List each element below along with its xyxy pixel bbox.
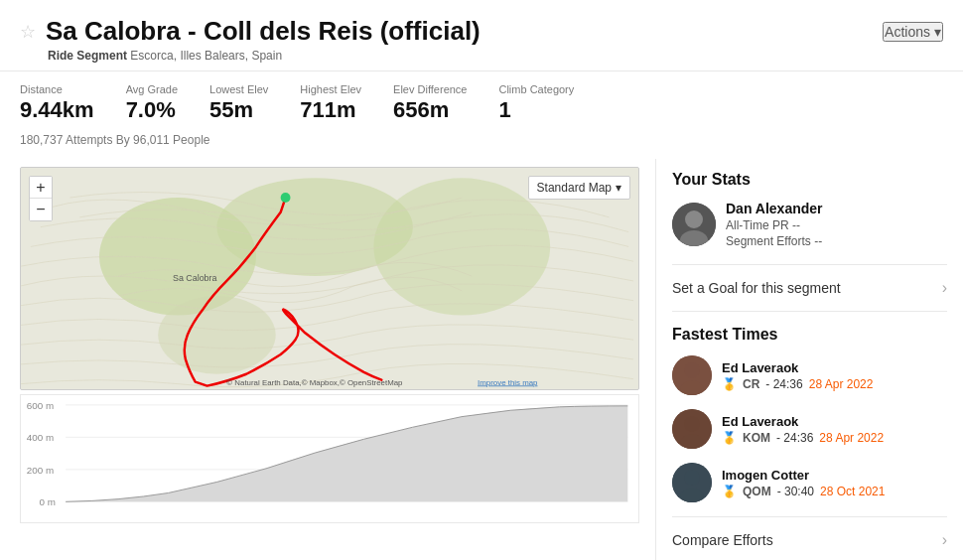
leaderboard-item: Ed Laveraok 🥇 CR - 24:36 28 Apr 2022: [672, 355, 947, 395]
leaderboard-container: Ed Laveraok 🥇 CR - 24:36 28 Apr 2022 Ed …: [672, 355, 947, 502]
segment-efforts: Segment Efforts --: [726, 234, 947, 248]
all-time-pr: All-Time PR --: [726, 218, 947, 232]
medal-icon: 🥇: [722, 485, 737, 498]
fastest-times-title: Fastest Times: [672, 326, 947, 344]
leaderboard-avatar: [672, 463, 712, 502]
page-title: Sa Calobra - Coll dels Reis (official): [46, 16, 481, 47]
leaderboard-name: Ed Laveraok: [722, 414, 947, 429]
svg-point-25: [684, 416, 700, 432]
svg-text:0 m: 0 m: [40, 496, 56, 507]
leaderboard-type: QOM: [743, 485, 771, 498]
leaderboard-type: KOM: [743, 431, 770, 445]
zoom-in-button[interactable]: +: [30, 177, 52, 199]
svg-text:Improve this map: Improve this map: [478, 378, 538, 387]
compare-text: Compare Efforts: [672, 532, 773, 548]
page-header: ☆ Sa Calobra - Coll dels Reis (official)…: [0, 0, 963, 71]
stat-value: 9.44km: [20, 97, 94, 123]
leaderboard-avatar: [672, 355, 712, 395]
leaderboard-date: 28 Apr 2022: [819, 431, 884, 445]
svg-text:600 m: 600 m: [27, 400, 54, 411]
stat-label: Climb Category: [498, 83, 574, 95]
svg-point-22: [684, 362, 700, 378]
title-left: ☆ Sa Calobra - Coll dels Reis (official): [20, 16, 481, 47]
user-info: Dan Alexander All-Time PR -- Segment Eff…: [726, 201, 947, 248]
stat-value: 656m: [393, 97, 467, 123]
leaderboard-stats: 🥇 KOM - 24:36 28 Apr 2022: [722, 431, 947, 445]
segment-meta: Ride Segment Escorca, Illes Balears, Spa…: [48, 49, 943, 63]
main-content: Sa Calobra © Natural Earth Data,© Mapbox…: [0, 159, 963, 560]
svg-text:400 m: 400 m: [27, 432, 54, 443]
goal-chevron-icon: ›: [942, 279, 947, 297]
favorite-icon[interactable]: ☆: [20, 21, 36, 43]
svg-point-3: [373, 178, 550, 315]
stat-item: Climb Category 1: [498, 83, 574, 123]
stat-label: Avg Grade: [126, 83, 178, 95]
leaderboard-item: Ed Laveraok 🥇 KOM - 24:36 28 Apr 2022: [672, 409, 947, 449]
map-zoom-controls: + −: [29, 176, 53, 221]
segment-type-label: Ride Segment: [48, 49, 127, 63]
svg-text:Sa Calobra: Sa Calobra: [173, 273, 216, 283]
leaderboard-name: Ed Laveraok: [722, 360, 947, 375]
stat-item: Distance 9.44km: [20, 83, 94, 123]
stat-value: 55m: [209, 97, 268, 123]
actions-chevron-icon: ▾: [934, 24, 941, 40]
stat-item: Lowest Elev 55m: [209, 83, 268, 123]
svg-point-6: [281, 193, 291, 203]
leaderboard-stats: 🥇 QOM - 30:40 28 Oct 2021: [722, 485, 947, 498]
stat-item: Avg Grade 7.0%: [126, 83, 178, 123]
leaderboard-info: Ed Laveraok 🥇 KOM - 24:36 28 Apr 2022: [722, 414, 947, 445]
title-row: ☆ Sa Calobra - Coll dels Reis (official)…: [20, 16, 943, 47]
stat-label: Distance: [20, 83, 94, 95]
user-avatar: [672, 203, 716, 246]
goal-text: Set a Goal for this segment: [672, 280, 841, 296]
leaderboard-time: - 30:40: [777, 485, 814, 498]
user-stats-row: Dan Alexander All-Time PR -- Segment Eff…: [672, 201, 947, 248]
compare-chevron-icon: ›: [942, 531, 947, 549]
svg-point-19: [685, 210, 703, 228]
compare-efforts-row[interactable]: Compare Efforts ›: [672, 516, 947, 560]
stat-item: Highest Elev 711m: [300, 83, 361, 123]
stat-label: Elev Difference: [393, 83, 467, 95]
set-goal-row[interactable]: Set a Goal for this segment ›: [672, 264, 947, 312]
map-type-chevron-icon: ▾: [616, 181, 621, 195]
zoom-out-button[interactable]: −: [30, 199, 52, 220]
leaderboard-info: Imogen Cotter 🥇 QOM - 30:40 28 Oct 2021: [722, 468, 947, 498]
stat-value: 711m: [300, 97, 361, 123]
right-panel: Your Stats Dan Alexander All-Time PR -- …: [655, 159, 963, 560]
svg-point-4: [158, 296, 275, 374]
leaderboard-item: Imogen Cotter 🥇 QOM - 30:40 28 Oct 2021: [672, 463, 947, 502]
segment-location-text: Escorca, Illes Balears, Spain: [130, 49, 282, 63]
stat-label: Lowest Elev: [209, 83, 268, 95]
medal-icon: 🥇: [722, 377, 737, 391]
medal-icon: 🥇: [722, 431, 737, 445]
leaderboard-avatar: [672, 409, 712, 449]
svg-point-28: [684, 470, 700, 486]
stat-item: Elev Difference 656m: [393, 83, 467, 123]
actions-label: Actions: [885, 24, 930, 40]
user-name: Dan Alexander: [726, 201, 947, 216]
leaderboard-date: 28 Oct 2021: [820, 485, 885, 498]
elevation-chart: 600 m 400 m 200 m 0 m: [20, 394, 639, 523]
your-stats-title: Your Stats: [672, 171, 947, 189]
leaderboard-name: Imogen Cotter: [722, 468, 947, 483]
leaderboard-time: - 24:36: [776, 431, 813, 445]
map-type-button[interactable]: Standard Map ▾: [528, 176, 630, 200]
stats-row: Distance 9.44km Avg Grade 7.0% Lowest El…: [0, 71, 963, 131]
stat-value: 7.0%: [126, 97, 178, 123]
attempts-row: 180,737 Attempts By 96,011 People: [0, 131, 963, 159]
map-container: Sa Calobra © Natural Earth Data,© Mapbox…: [20, 167, 639, 390]
actions-button[interactable]: Actions ▾: [883, 22, 943, 42]
map-type-label: Standard Map: [537, 181, 612, 195]
svg-text:200 m: 200 m: [27, 465, 54, 476]
leaderboard-info: Ed Laveraok 🥇 CR - 24:36 28 Apr 2022: [722, 360, 947, 391]
leaderboard-date: 28 Apr 2022: [809, 377, 874, 391]
leaderboard-time: - 24:36: [765, 377, 802, 391]
leaderboard-type: CR: [743, 377, 759, 391]
stat-value: 1: [498, 97, 574, 123]
stat-label: Highest Elev: [300, 83, 361, 95]
left-panel: Sa Calobra © Natural Earth Data,© Mapbox…: [0, 159, 655, 560]
leaderboard-stats: 🥇 CR - 24:36 28 Apr 2022: [722, 377, 947, 391]
svg-text:© Natural Earth Data,© Mapbox,: © Natural Earth Data,© Mapbox,© OpenStre…: [226, 378, 403, 387]
